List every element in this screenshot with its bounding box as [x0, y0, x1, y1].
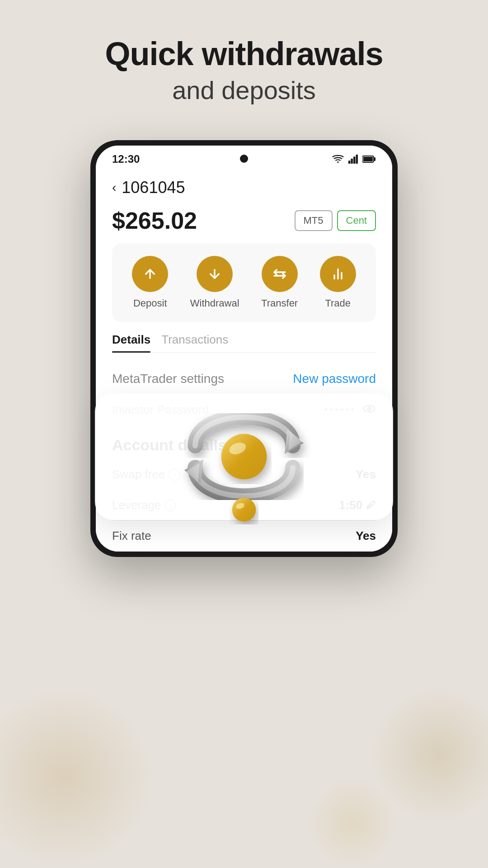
balance-row: $265.02 MT5 Cent	[112, 202, 376, 243]
svg-rect-7	[374, 157, 375, 161]
refresh-card	[95, 393, 393, 520]
transfer-label: Transfer	[261, 297, 298, 309]
withdrawal-icon-circle	[197, 256, 233, 292]
app-header: ‹ 1061045	[112, 169, 376, 202]
svg-point-23	[232, 498, 256, 522]
hero-title-sub: and deposits	[27, 75, 461, 105]
battery-icon	[362, 155, 376, 163]
svg-rect-4	[356, 155, 358, 164]
svg-rect-3	[353, 156, 355, 164]
tab-details[interactable]: Details	[112, 333, 150, 352]
tab-transactions[interactable]: Transactions	[161, 333, 228, 352]
balance-amount: $265.02	[112, 207, 197, 234]
svg-rect-2	[351, 159, 352, 164]
wifi-icon	[332, 155, 344, 164]
deposit-label: Deposit	[133, 297, 167, 309]
actions-panel: Deposit Withdrawal	[112, 243, 376, 322]
account-number: 1061045	[122, 178, 185, 197]
svg-rect-1	[348, 160, 350, 164]
status-bar: 12:30	[96, 146, 392, 169]
action-transfer[interactable]: Transfer	[261, 256, 298, 309]
refresh-overlay	[68, 393, 420, 520]
deposit-icon-circle	[132, 256, 168, 292]
back-button[interactable]: ‹	[112, 180, 116, 195]
signal-icon	[348, 155, 359, 164]
badge-cent: Cent	[337, 210, 376, 231]
fix-rate-label: Fix rate	[112, 529, 151, 543]
badge-row: MT5 Cent	[295, 210, 376, 231]
withdrawal-label: Withdrawal	[190, 297, 239, 309]
hero-section: Quick withdrawals and deposits	[0, 0, 488, 123]
svg-point-0	[337, 161, 338, 163]
action-deposit[interactable]: Deposit	[132, 256, 168, 309]
svg-rect-6	[363, 157, 373, 161]
tabs-row: Details Transactions	[112, 333, 376, 353]
action-trade[interactable]: Trade	[320, 256, 356, 309]
transfer-icon-circle	[262, 256, 298, 292]
trade-label: Trade	[325, 297, 351, 309]
fix-rate-value: Yes	[356, 529, 376, 543]
refresh-3d-icon	[163, 375, 325, 538]
badge-mt5: MT5	[295, 210, 333, 231]
camera-dot	[240, 155, 248, 163]
svg-point-21	[221, 434, 267, 480]
hero-title-main: Quick withdrawals	[27, 36, 461, 72]
status-icons	[332, 155, 376, 164]
trade-icon-circle	[320, 256, 356, 292]
status-time: 12:30	[112, 153, 140, 165]
action-withdrawal[interactable]: Withdrawal	[190, 256, 239, 309]
